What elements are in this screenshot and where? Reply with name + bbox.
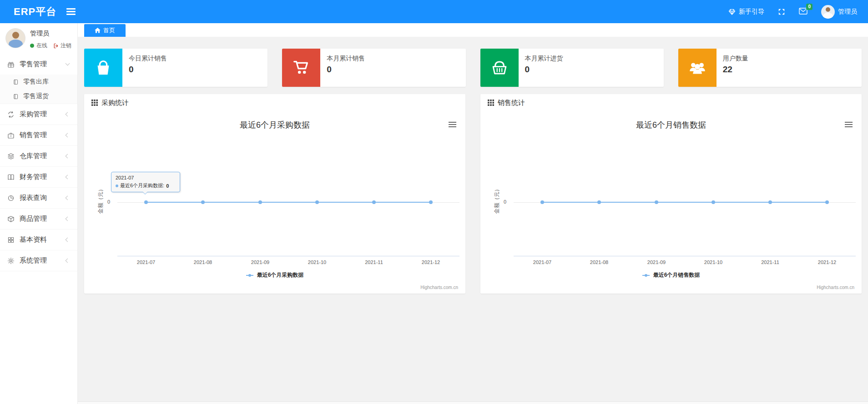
series-line xyxy=(542,202,828,203)
tooltip-value: 0 xyxy=(166,183,169,189)
book-icon xyxy=(7,174,15,181)
messages-button[interactable]: 0 xyxy=(799,8,807,16)
sidebar: 管理员 在线 注销 零售管理 xyxy=(0,23,78,404)
avatar[interactable] xyxy=(5,28,25,48)
x-axis-line xyxy=(514,256,856,256)
user-menu[interactable]: 管理员 xyxy=(821,5,857,19)
chart-context-menu-icon[interactable] xyxy=(449,120,456,129)
sidebar-item-finance[interactable]: 财务管理 xyxy=(0,167,77,187)
briefcase-icon xyxy=(7,132,15,139)
chart-context-menu-icon[interactable] xyxy=(845,120,853,129)
sidebar-item-system[interactable]: 系统管理 xyxy=(0,250,77,271)
sidebar-toggle-icon[interactable] xyxy=(66,7,76,17)
th-grid-icon xyxy=(91,100,98,106)
highcharts-credit[interactable]: Highcharts.com.cn xyxy=(817,285,854,290)
card-value: 0 xyxy=(129,65,167,75)
fullscreen-icon xyxy=(778,8,785,15)
online-status-label: 在线 xyxy=(36,42,47,50)
footer-divider xyxy=(78,401,868,404)
panel-title: 销售统计 xyxy=(498,99,525,107)
x-axis-label: 2021-12 xyxy=(413,259,449,265)
card-label: 本月累计进货 xyxy=(525,55,563,63)
avatar xyxy=(821,5,835,19)
fullscreen-button[interactable] xyxy=(778,8,785,15)
home-icon xyxy=(95,28,101,33)
sidebar-item-report[interactable]: 报表查询 xyxy=(0,188,77,208)
gift-icon xyxy=(7,61,15,68)
legend-item[interactable]: 最近6个月销售数据 xyxy=(480,271,862,279)
data-point[interactable] xyxy=(201,200,205,204)
main-content: 首页 今日累计销售 0 本月累计销售 0 xyxy=(78,23,868,404)
x-axis-label: 2021-09 xyxy=(242,259,278,265)
top-header: ERP平台 新手引导 0 管理员 xyxy=(0,0,868,23)
sales-stats-panel: 销售统计 最近6个月销售数据 金额（元） 0 2021-07 2021-08 2… xyxy=(480,94,862,294)
sidebar-item-sales[interactable]: 销售管理 xyxy=(0,125,77,145)
sidebar-item-warehouse[interactable]: 仓库管理 xyxy=(0,146,77,166)
data-point[interactable] xyxy=(144,200,148,204)
online-status-dot xyxy=(30,44,34,48)
logout-button[interactable]: 注销 xyxy=(53,42,71,50)
sign-out-icon xyxy=(53,43,59,49)
legend-item[interactable]: 最近6个月采购数据 xyxy=(84,271,465,279)
purchase-stats-panel: 采购统计 最近6个月采购数据 金额（元） 0 2021-07 2021-08 2… xyxy=(84,94,465,294)
y-axis-tick: 0 xyxy=(494,199,506,204)
stat-card-today-sales[interactable]: 今日累计销售 0 xyxy=(84,49,267,87)
sidebar-subitem-retail-return[interactable]: 零售退货 xyxy=(0,89,77,104)
pie-chart-icon xyxy=(7,195,15,202)
sidebar-subitem-retail-outbound[interactable]: 零售出库 xyxy=(0,75,77,89)
data-point[interactable] xyxy=(258,200,262,204)
data-point[interactable] xyxy=(768,200,772,204)
guide-button[interactable]: 新手引导 xyxy=(728,8,764,16)
gear-icon xyxy=(7,257,15,264)
data-point[interactable] xyxy=(655,200,658,204)
data-point[interactable] xyxy=(825,200,829,204)
cart-icon xyxy=(282,49,320,87)
app-logo[interactable]: ERP平台 xyxy=(0,5,56,19)
data-point[interactable] xyxy=(429,200,433,204)
stat-card-user-count[interactable]: 用户数量 22 xyxy=(678,49,862,87)
sidebar-user-block: 管理员 在线 注销 xyxy=(0,23,77,54)
x-axis-label: 2021-12 xyxy=(809,259,845,265)
x-axis-label: 2021-11 xyxy=(356,259,392,265)
data-point[interactable] xyxy=(712,200,715,204)
card-label: 用户数量 xyxy=(723,55,748,63)
chevron-left-icon xyxy=(66,112,70,117)
stat-card-month-purchase[interactable]: 本月累计进货 0 xyxy=(480,49,664,87)
sidebar-item-basic[interactable]: 基本资料 xyxy=(0,229,77,250)
x-axis-line xyxy=(117,256,459,256)
chart-panels: 采购统计 最近6个月采购数据 金额（元） 0 2021-07 2021-08 2… xyxy=(84,94,862,294)
sidebar-item-goods[interactable]: 商品管理 xyxy=(0,209,77,229)
grid-icon xyxy=(7,236,15,244)
tooltip-header: 2021-07 xyxy=(116,175,176,180)
sidebar-item-purchase[interactable]: 采购管理 xyxy=(0,104,77,125)
series-line xyxy=(146,202,431,203)
x-axis-label: 2021-07 xyxy=(524,259,560,265)
tab-home[interactable]: 首页 xyxy=(84,24,126,37)
tab-bar: 首页 xyxy=(78,23,868,37)
highcharts-credit[interactable]: Highcharts.com.cn xyxy=(420,285,458,290)
mail-badge: 0 xyxy=(806,4,812,10)
basket-icon xyxy=(480,49,519,87)
chevron-left-icon xyxy=(66,154,70,159)
sidebar-item-retail[interactable]: 零售管理 xyxy=(0,54,77,75)
sales-chart: 最近6个月销售数据 金额（元） 0 2021-07 2021-08 2021-0… xyxy=(480,111,862,294)
card-label: 今日累计销售 xyxy=(129,55,167,63)
chevron-left-icon xyxy=(66,217,70,221)
data-point[interactable] xyxy=(540,200,544,204)
chevron-left-icon xyxy=(66,196,70,200)
tooltip-series-label: 最近6个月采购数据: xyxy=(120,182,164,189)
data-point[interactable] xyxy=(315,200,319,204)
gem-icon xyxy=(728,8,736,15)
guide-label: 新手引导 xyxy=(739,8,764,16)
x-axis-label: 2021-10 xyxy=(299,259,335,265)
users-icon xyxy=(678,49,717,87)
retail-submenu: 零售出库 零售退货 xyxy=(0,75,77,104)
panel-title: 采购统计 xyxy=(101,99,129,107)
data-point[interactable] xyxy=(597,200,601,204)
repeat-icon xyxy=(7,111,15,118)
stat-card-month-sales[interactable]: 本月累计销售 0 xyxy=(282,49,465,87)
sidebar-username: 管理员 xyxy=(30,30,71,38)
data-point[interactable] xyxy=(372,200,376,204)
x-axis-label: 2021-07 xyxy=(128,259,164,265)
notebook-icon xyxy=(13,94,19,100)
